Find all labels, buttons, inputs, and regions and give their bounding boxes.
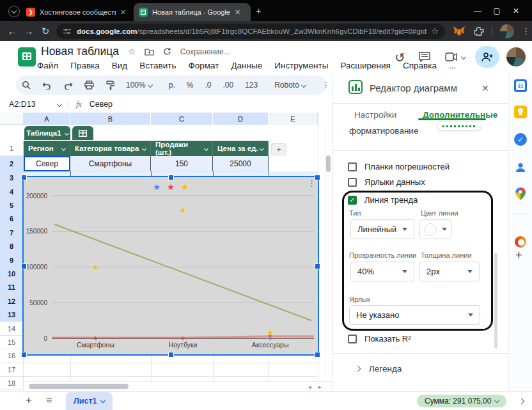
bookmark-star-icon[interactable]: ☆ [431, 26, 439, 36]
select-all-corner[interactable] [0, 113, 24, 125]
move-to-folder-icon[interactable] [145, 48, 154, 56]
horizontal-scrollbar-thumb[interactable] [29, 384, 129, 389]
row-header-13[interactable]: 13 [0, 308, 24, 322]
share-button[interactable] [475, 46, 499, 68]
checkbox-icon[interactable] [348, 335, 357, 343]
row-header-18[interactable]: 18 [0, 377, 24, 390]
redo-icon[interactable] [63, 81, 73, 90]
add-sheet-button[interactable]: + [26, 394, 32, 407]
legend-section-toggle[interactable]: Легенда [356, 364, 402, 374]
calendar-icon[interactable]: 31 [514, 79, 527, 92]
table-header-region[interactable]: Регион [24, 141, 70, 156]
column-header-E[interactable]: E [269, 113, 318, 125]
document-title[interactable]: Новая таблица [41, 45, 119, 58]
checkbox-error-bars[interactable]: Планки погрешностей [348, 162, 450, 171]
tab1-close-icon[interactable]: ✕ [120, 9, 126, 16]
undo-icon[interactable] [42, 81, 52, 90]
menu-help[interactable]: Справка [403, 61, 437, 70]
print-icon[interactable] [84, 81, 94, 90]
menu-tools[interactable]: Инструменты [274, 61, 328, 70]
menu-data[interactable]: Данные [231, 61, 262, 70]
chart-handle-sw[interactable] [21, 352, 27, 358]
chart-handle-nw[interactable] [21, 175, 27, 180]
scroll-right-icon[interactable]: ▸ [318, 384, 322, 390]
window-close-button[interactable]: ✕ [506, 6, 526, 15]
row-header-12[interactable]: 12 [0, 295, 24, 308]
trendline-type-select[interactable]: Линейный [350, 219, 414, 239]
row-header-9[interactable]: 9 [0, 253, 24, 267]
table-header-category[interactable]: Категория товара [70, 141, 151, 156]
vertical-scrollbar-thumb[interactable] [326, 155, 331, 172]
menu-edit[interactable]: Правка [70, 61, 100, 70]
tab-search-icon[interactable] [8, 6, 20, 17]
contacts-icon[interactable] [514, 161, 527, 174]
chart-handle-ne[interactable] [315, 175, 320, 180]
browser-tab-2[interactable]: Новая таблица - Google Табли ✕ [134, 3, 251, 21]
line-color-select[interactable] [419, 219, 451, 239]
font-select[interactable]: Roboto [274, 81, 306, 90]
sheet-tab-list1[interactable]: Лист1 [66, 392, 113, 410]
url-field[interactable]: docs.google.com /spreadsheets/d/1b5Rj8tF… [56, 24, 445, 39]
panel-scrollbar-thumb[interactable] [494, 253, 497, 349]
maps-icon[interactable] [514, 187, 527, 200]
decrease-decimal-button[interactable]: .0 [205, 81, 211, 90]
row-header-16[interactable]: 16 [0, 349, 24, 363]
extensions-icon[interactable] [474, 26, 484, 36]
sheets-logo[interactable] [18, 47, 36, 67]
cell-A2-active[interactable]: Север [24, 156, 70, 171]
checkbox-trendline[interactable]: ✓ Линия тренда [348, 195, 418, 205]
line-opacity-select[interactable]: 40% [350, 262, 414, 281]
keep-icon[interactable] [514, 106, 527, 118]
site-settings-icon[interactable] [63, 27, 72, 36]
window-maximize-button[interactable]: ▢ [487, 6, 506, 15]
menu-insert[interactable]: Вставить [139, 61, 176, 70]
zoom-select[interactable]: 100% [126, 81, 152, 90]
checkbox-icon[interactable] [348, 162, 357, 171]
metamask-icon[interactable] [453, 26, 465, 37]
row-header-8[interactable]: 8 [0, 240, 24, 253]
menu-file[interactable]: Файл [37, 61, 58, 70]
cell-B2[interactable]: Смартфоны [70, 156, 151, 171]
menu-format[interactable]: Формат [188, 61, 219, 70]
trendline-label-select[interactable]: Не указано [349, 305, 480, 325]
browser-tab-1[interactable]: ❯ Хостинговое сообщество «Tim ✕ [21, 3, 131, 21]
row-header-7[interactable]: 7 [0, 226, 24, 240]
browser-menu-kebab-icon[interactable]: ⋮ [522, 26, 530, 36]
column-header-D[interactable]: D [213, 113, 269, 125]
column-header-A[interactable]: A [24, 113, 70, 125]
checkbox-checked-icon[interactable]: ✓ [348, 196, 357, 205]
get-addons-icon[interactable]: + [515, 249, 522, 262]
window-minimize-button[interactable]: — [468, 6, 487, 15]
sum-badge[interactable]: Сумма: 291 075,00 [417, 395, 506, 407]
table-menu-chip[interactable] [72, 126, 93, 140]
menu-view[interactable]: Вид [112, 61, 127, 70]
line-thickness-select[interactable]: 2px [419, 262, 480, 281]
cell-D2[interactable]: 25000 [213, 156, 269, 171]
chart-handle-e[interactable] [315, 264, 320, 269]
row-header-14[interactable]: 14 [0, 322, 24, 335]
video-call-chevron-icon[interactable] [461, 54, 466, 59]
chart-handle-w[interactable] [21, 264, 27, 269]
chart-handle-s[interactable] [168, 352, 174, 358]
chart-handle-se[interactable] [315, 352, 320, 358]
search-icon[interactable] [22, 81, 31, 90]
toolbar-more-kebab-icon[interactable]: ⋮ [322, 81, 330, 90]
cell-C2[interactable]: 150 [151, 156, 213, 171]
star-document-icon[interactable]: ☆ [128, 47, 136, 56]
row-header-3[interactable]: 3 [0, 171, 24, 185]
checkbox-data-labels[interactable]: Ярлыки данных [348, 177, 425, 187]
table-header-price[interactable]: Цена за ед. [213, 141, 269, 156]
row-header-17[interactable]: 17 [0, 363, 24, 377]
row-header-6[interactable]: 6 [0, 212, 24, 226]
menu-extensions[interactable]: Расширения [340, 61, 391, 70]
reload-icon[interactable]: ↻ [37, 26, 54, 37]
chart-handle-n[interactable] [168, 175, 174, 180]
account-avatar[interactable] [506, 47, 526, 67]
back-icon[interactable]: ← [4, 26, 20, 36]
menu-overflow[interactable]: ... [449, 61, 456, 70]
row-header-1[interactable]: 1 [0, 141, 24, 156]
row-header-2[interactable]: 2 [0, 156, 24, 171]
addon-icon[interactable] [515, 236, 526, 248]
name-box[interactable]: A2:D13 [0, 100, 68, 109]
comments-icon[interactable] [419, 52, 430, 62]
